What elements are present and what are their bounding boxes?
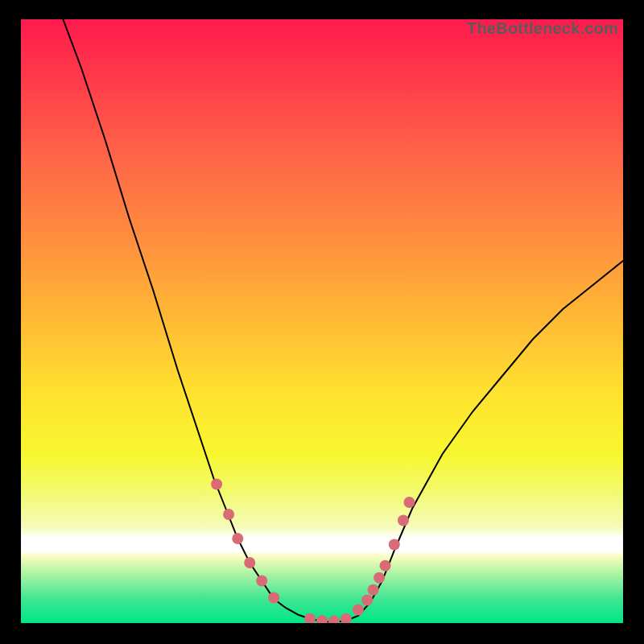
data-marker <box>223 509 234 520</box>
data-marker <box>341 613 352 623</box>
data-marker <box>403 497 415 508</box>
data-marker <box>353 605 364 616</box>
data-marker <box>256 576 267 587</box>
data-marker <box>304 613 316 623</box>
data-marker <box>389 539 400 551</box>
data-marker <box>380 560 391 572</box>
data-marker <box>268 592 279 604</box>
data-marker <box>374 572 385 584</box>
plot-area: TheBottleneck.com <box>21 19 623 623</box>
data-marker <box>316 615 328 623</box>
data-marker <box>361 595 373 606</box>
curve-layer <box>21 19 623 623</box>
data-marker <box>398 515 409 526</box>
data-marker <box>368 584 379 596</box>
bottleneck-curve-right <box>334 261 623 622</box>
data-marker <box>211 479 222 490</box>
data-marker <box>328 615 340 623</box>
bottleneck-curve-left <box>63 19 334 622</box>
chart-frame: TheBottleneck.com <box>0 0 644 644</box>
data-marker <box>244 557 255 568</box>
data-marker <box>232 533 243 544</box>
